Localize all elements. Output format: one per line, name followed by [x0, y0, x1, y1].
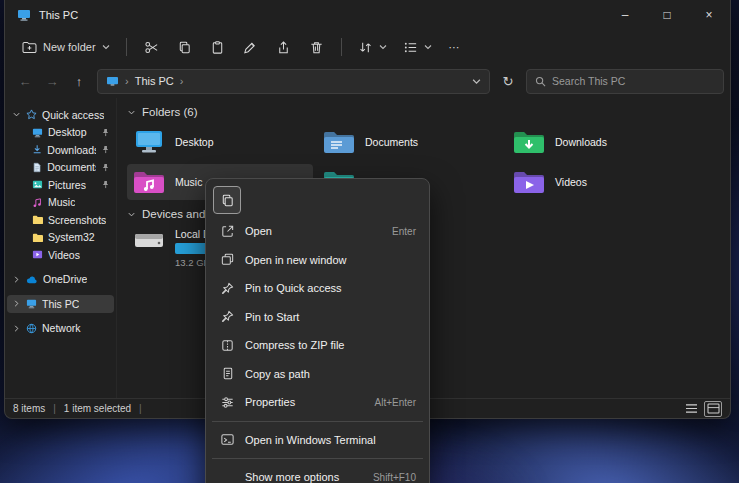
chevron-down-icon [102, 44, 110, 50]
context-menu: Open Enter Open in new window Pin to Qui… [205, 178, 430, 483]
search-input[interactable] [552, 75, 715, 87]
sidebar-item-desktop[interactable]: Desktop [7, 124, 114, 142]
sidebar-item-documents[interactable]: Documents [7, 159, 114, 177]
chevron-right-icon [12, 275, 21, 284]
menu-item-show-more-options[interactable]: Show more options Shift+F10 [210, 463, 425, 483]
folder-tile-documents[interactable]: Documents [317, 124, 503, 160]
music-note-icon [32, 197, 43, 208]
downloads-folder-icon [513, 129, 545, 155]
details-view-button[interactable] [682, 401, 700, 417]
videos-folder-icon [513, 169, 545, 195]
copy-quick-button[interactable] [213, 186, 241, 214]
menu-item-label: Pin to Start [245, 311, 406, 323]
folders-section-header[interactable]: Folders (6) [127, 106, 730, 118]
menu-item-label: Open in Windows Terminal [245, 434, 406, 446]
menu-item-shortcut: Shift+F10 [373, 472, 416, 483]
address-bar[interactable]: › This PC › [97, 69, 490, 94]
breadcrumb-location[interactable]: This PC [135, 75, 174, 87]
maximize-button[interactable]: □ [646, 0, 688, 30]
toolbar-separator [341, 38, 342, 56]
videos-icon [32, 249, 43, 260]
close-button[interactable]: × [688, 0, 730, 30]
menu-item-pin-to-start[interactable]: Pin to Start [210, 303, 425, 332]
sidebar-item-onedrive[interactable]: OneDrive [7, 271, 114, 289]
sidebar-item-videos[interactable]: Videos [7, 246, 114, 264]
hard-drive-icon [133, 228, 165, 254]
menu-separator [212, 458, 423, 459]
menu-item-properties[interactable]: Properties Alt+Enter [210, 388, 425, 417]
sidebar-item-system32[interactable]: System32 [7, 229, 114, 247]
sidebar-item-screenshots[interactable]: Screenshots [7, 211, 114, 229]
monitor-icon [32, 127, 43, 138]
menu-item-compress-to-zip[interactable]: Compress to ZIP file [210, 331, 425, 360]
folder-tile-desktop[interactable]: Desktop [127, 124, 313, 160]
sidebar-item-quick-access[interactable]: Quick access [7, 106, 114, 124]
minimize-button[interactable]: – [604, 0, 646, 30]
toolbar-separator [126, 38, 127, 56]
view-button[interactable] [396, 35, 439, 60]
navigation-pane: Quick access Desktop Downloads Documents [5, 98, 117, 398]
menu-item-label: Properties [245, 396, 365, 408]
up-button[interactable]: ↑ [67, 69, 91, 93]
forward-button[interactable]: → [40, 69, 64, 93]
menu-item-pin-to-quick-access[interactable]: Pin to Quick access [210, 274, 425, 303]
cut-button[interactable] [136, 35, 167, 60]
menu-item-copy-as-path[interactable]: Copy as path [210, 360, 425, 389]
sidebar-item-label: Music [48, 196, 75, 208]
back-button[interactable]: ← [13, 69, 37, 93]
share-button[interactable] [268, 35, 299, 60]
delete-button[interactable] [301, 35, 332, 60]
copy-path-icon [219, 366, 235, 382]
details-view-icon [685, 403, 698, 414]
status-divider: | [139, 403, 142, 414]
sidebar-item-pictures[interactable]: Pictures [7, 176, 114, 194]
paste-button[interactable] [202, 35, 233, 60]
documents-folder-icon [323, 129, 355, 155]
sidebar-item-this-pc[interactable]: This PC [7, 295, 114, 313]
desktop: This PC – □ × New folder [0, 0, 739, 483]
menu-item-label: Open in new window [245, 254, 406, 266]
sidebar-item-label: Network [42, 322, 81, 334]
menu-item-open-in-new-window[interactable]: Open in new window [210, 246, 425, 275]
sidebar-item-label: Desktop [48, 126, 87, 138]
cloud-icon [26, 275, 38, 284]
see-more-button[interactable]: ⋯ [441, 36, 468, 59]
search-icon [535, 76, 546, 87]
folder-tile-videos[interactable]: Videos [507, 164, 693, 200]
chevron-down-icon [127, 108, 136, 117]
sidebar-item-music[interactable]: Music [7, 194, 114, 212]
rename-button[interactable] [235, 35, 266, 60]
sort-button[interactable] [351, 35, 394, 60]
properties-icon [219, 394, 235, 410]
context-menu-quick-actions [210, 183, 425, 217]
pin-icon [101, 163, 110, 172]
search-box[interactable] [526, 69, 724, 94]
breadcrumb-separator: › [180, 75, 184, 87]
chevron-right-icon [12, 299, 21, 308]
window-title: This PC [39, 9, 78, 21]
folder-tile-downloads[interactable]: Downloads [507, 124, 693, 160]
menu-item-open[interactable]: Open Enter [210, 217, 425, 246]
chevron-down-icon [379, 44, 387, 50]
paste-icon [210, 40, 225, 55]
menu-item-shortcut: Enter [392, 226, 416, 237]
empty-icon [219, 469, 235, 483]
menu-item-open-in-windows-terminal[interactable]: Open in Windows Terminal [210, 426, 425, 455]
chevron-down-icon[interactable] [472, 78, 481, 85]
sidebar-item-network[interactable]: Network [7, 320, 114, 338]
document-icon [32, 162, 42, 173]
download-icon [32, 144, 42, 155]
copy-icon [220, 193, 235, 208]
refresh-button[interactable]: ↻ [496, 69, 520, 93]
new-folder-button[interactable]: New folder [15, 36, 117, 59]
sidebar-item-downloads[interactable]: Downloads [7, 141, 114, 159]
network-icon [26, 323, 37, 334]
sort-icon [358, 40, 373, 55]
desktop-icon [133, 129, 165, 155]
sidebar-item-label: Screenshots [48, 214, 106, 226]
menu-item-label: Show more options [245, 471, 363, 483]
thumbnails-view-button[interactable] [704, 401, 722, 417]
copy-button[interactable] [169, 35, 200, 60]
sidebar-item-label: Documents [47, 161, 96, 173]
cut-icon [144, 40, 159, 55]
